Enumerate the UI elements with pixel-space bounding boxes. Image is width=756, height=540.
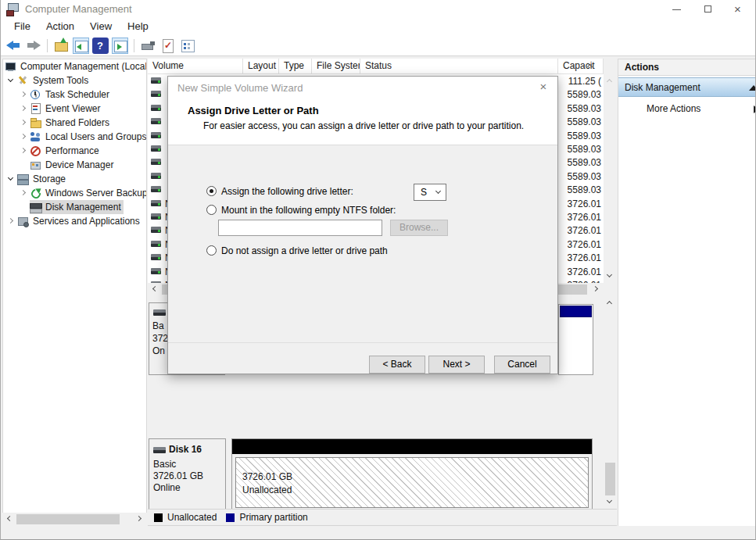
chevron-right-icon[interactable] — [19, 116, 30, 130]
close-button[interactable] — [724, 0, 755, 18]
column-header-type[interactable]: Type — [279, 59, 312, 73]
scroll-up-icon[interactable] — [604, 296, 617, 309]
tree-spacer — [19, 207, 30, 208]
more-actions-item[interactable]: More Actions — [618, 100, 756, 117]
chevron-right-icon[interactable] — [19, 186, 30, 200]
tree-item-disk-management[interactable]: Disk Management — [3, 200, 146, 214]
tree-item-windows-server-backup[interactable]: Windows Server Backup — [3, 186, 146, 200]
column-header-file-system[interactable]: File System — [312, 59, 360, 73]
back-button[interactable]: < Back — [369, 356, 425, 374]
chevron-right-icon[interactable] — [19, 144, 30, 158]
column-header-label: Volume — [152, 60, 184, 71]
radio-assign-drive-letter[interactable] — [206, 186, 217, 196]
tree-item-performance[interactable]: Performance — [3, 144, 146, 158]
maximize-button[interactable] — [693, 0, 724, 18]
radio-assign-label[interactable]: Assign the following drive letter: — [221, 186, 353, 198]
tree-item-content: Disk Management — [30, 200, 124, 214]
disk16-unallocated-region[interactable]: 3726.01 GB Unallocated — [231, 438, 593, 513]
ntfs-folder-input[interactable] — [218, 220, 382, 236]
checklist-icon[interactable] — [179, 38, 195, 54]
primary-partition-box[interactable] — [558, 304, 593, 375]
actions-header: Actions — [618, 59, 756, 76]
title-bar: Computer Management — [1, 0, 755, 18]
scroll-right-icon[interactable] — [590, 283, 604, 296]
chevron-right-icon[interactable] — [19, 88, 30, 102]
radio-mount-label[interactable]: Mount in the following empty NTFS folder… — [221, 205, 396, 216]
column-header-volume[interactable]: Volume — [148, 59, 243, 73]
scroll-left-icon[interactable] — [2, 513, 16, 526]
tree-item-event-viewer[interactable]: Event Viewer — [3, 102, 146, 116]
menu-help[interactable]: Help — [120, 18, 156, 35]
disk16-info-panel[interactable]: Disk 16 Basic 3726.01 GB Online — [149, 438, 226, 513]
chevron-down-icon[interactable] — [6, 73, 17, 88]
radio-mount-ntfs-folder[interactable] — [206, 205, 217, 215]
volume-icon — [151, 77, 161, 85]
tree-item-shared-folders[interactable]: Shared Folders — [3, 116, 146, 130]
menu-view[interactable]: View — [82, 18, 120, 35]
volume-icon — [151, 267, 161, 276]
tree-item-content: Storage — [17, 172, 68, 186]
properties-icon[interactable] — [159, 38, 176, 54]
help-icon[interactable] — [92, 38, 109, 54]
tree-item-label: Event Viewer — [45, 102, 100, 116]
next-button[interactable]: Next > — [428, 356, 485, 374]
graphical-view-vertical-scrollbar[interactable] — [604, 296, 617, 509]
menu-file[interactable]: File — [6, 18, 38, 35]
show-action-pane-icon[interactable] — [112, 38, 128, 54]
chevron-right-icon[interactable] — [19, 102, 30, 116]
export-folder-icon[interactable] — [53, 38, 70, 54]
tree-item-label: Storage — [33, 172, 66, 186]
scroll-right-icon[interactable] — [134, 513, 147, 526]
scrollbar-thumb[interactable] — [16, 514, 120, 524]
tree-item-content: Shared Folders — [30, 116, 112, 130]
chevron-right-icon[interactable] — [19, 130, 30, 144]
tree-horizontal-scrollbar[interactable] — [2, 513, 147, 526]
disk-icon — [153, 309, 166, 316]
volume-list-vertical-scrollbar[interactable] — [604, 74, 617, 283]
disk-status-label: On — [152, 345, 165, 356]
actions-group-disk-management[interactable]: Disk Management — [618, 77, 756, 97]
scroll-down-icon[interactable] — [604, 270, 617, 283]
scroll-down-icon[interactable] — [604, 495, 617, 509]
unallocated-area[interactable]: 3726.01 GB Unallocated — [235, 457, 589, 508]
tree-item-task-scheduler[interactable]: Task Scheduler — [3, 88, 146, 102]
column-header-capacit[interactable]: Capacit — [558, 59, 604, 73]
back-icon[interactable] — [5, 38, 22, 54]
tree-item-storage[interactable]: Storage — [3, 172, 146, 186]
tree-item-system-tools[interactable]: System Tools — [3, 73, 146, 88]
column-header-status[interactable]: Status — [360, 59, 558, 73]
chevron-down-icon[interactable] — [6, 172, 17, 186]
scroll-up-icon[interactable] — [604, 74, 617, 88]
disk16-name: Disk 16 — [169, 444, 202, 455]
computer-management-window: Computer Management FileActionViewHelp C… — [0, 0, 756, 540]
device-icon[interactable] — [140, 38, 156, 54]
forward-icon[interactable] — [25, 38, 41, 54]
minimize-button[interactable] — [661, 0, 693, 18]
chevron-down-icon — [435, 188, 441, 194]
volume-icon — [151, 117, 161, 126]
toolbar-separator — [134, 39, 134, 52]
tree-item-label: Services and Applications — [33, 214, 140, 228]
chevron-right-icon[interactable] — [6, 214, 17, 228]
cancel-button[interactable]: Cancel — [494, 356, 550, 374]
drive-letter-dropdown[interactable]: S — [414, 184, 446, 201]
drive-letter-value: S — [421, 187, 427, 198]
tree-item-device-manager[interactable]: Device Manager — [3, 158, 146, 172]
tree-item-content: Services and Applications — [17, 214, 142, 228]
radio-none-label[interactable]: Do not assign a drive letter or drive pa… — [221, 245, 388, 257]
dialog-close-icon[interactable] — [536, 80, 550, 94]
show-console-tree-icon[interactable] — [73, 38, 89, 54]
partition-size-label: 3726.01 GB — [242, 471, 292, 482]
radio-no-drive-letter[interactable] — [206, 245, 217, 256]
tree-item-computer-management-local[interactable]: Computer Management (Local — [3, 59, 146, 73]
collapse-icon[interactable] — [749, 85, 756, 91]
browse-button[interactable]: Browse... — [390, 220, 448, 236]
tree-item-local-users-and-groups[interactable]: Local Users and Groups — [3, 130, 146, 144]
column-header-layout[interactable]: Layout — [243, 59, 279, 73]
toolbar-separator — [47, 39, 48, 52]
scrollbar-thumb[interactable] — [605, 463, 615, 495]
menu-action[interactable]: Action — [38, 18, 82, 35]
system-tools-icon — [17, 75, 29, 86]
scroll-left-icon[interactable] — [148, 283, 161, 296]
tree-item-services-and-applications[interactable]: Services and Applications — [3, 214, 146, 228]
